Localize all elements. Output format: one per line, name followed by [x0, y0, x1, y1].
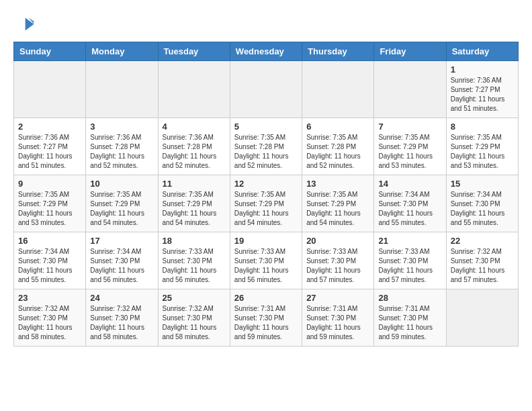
- day-info: Sunrise: 7:32 AMSunset: 7:30 PMDaylight:…: [451, 247, 514, 285]
- day-info: Sunrise: 7:35 AMSunset: 7:29 PMDaylight:…: [90, 190, 153, 228]
- calendar-cell: 18Sunrise: 7:33 AMSunset: 7:30 PMDayligh…: [158, 232, 230, 289]
- day-number: 1: [451, 64, 514, 75]
- calendar-cell: 23Sunrise: 7:32 AMSunset: 7:30 PMDayligh…: [14, 289, 86, 347]
- day-number: 28: [378, 293, 441, 303]
- day-info: Sunrise: 7:31 AMSunset: 7:30 PMDaylight:…: [306, 304, 369, 342]
- day-info: Sunrise: 7:35 AMSunset: 7:28 PMDaylight:…: [234, 133, 298, 171]
- day-info: Sunrise: 7:32 AMSunset: 7:30 PMDaylight:…: [163, 304, 226, 342]
- calendar-cell: 11Sunrise: 7:35 AMSunset: 7:29 PMDayligh…: [158, 175, 230, 232]
- calendar-header-row: SundayMondayTuesdayWednesdayThursdayFrid…: [14, 42, 519, 61]
- calendar-cell: [158, 61, 230, 118]
- calendar-table: SundayMondayTuesdayWednesdayThursdayFrid…: [13, 42, 519, 347]
- day-number: 26: [234, 293, 298, 303]
- day-info: Sunrise: 7:31 AMSunset: 7:30 PMDaylight:…: [234, 304, 298, 342]
- day-info: Sunrise: 7:35 AMSunset: 7:28 PMDaylight:…: [306, 133, 369, 171]
- calendar-cell: [14, 61, 86, 118]
- calendar-cell: 7Sunrise: 7:35 AMSunset: 7:29 PMDaylight…: [374, 118, 446, 175]
- calendar-cell: 19Sunrise: 7:33 AMSunset: 7:30 PMDayligh…: [230, 232, 302, 289]
- calendar-header-sunday: Sunday: [14, 42, 86, 61]
- calendar-cell: 10Sunrise: 7:35 AMSunset: 7:29 PMDayligh…: [86, 175, 158, 232]
- day-info: Sunrise: 7:33 AMSunset: 7:30 PMDaylight:…: [234, 247, 298, 285]
- calendar-cell: 12Sunrise: 7:35 AMSunset: 7:29 PMDayligh…: [230, 175, 302, 232]
- calendar-cell: 16Sunrise: 7:34 AMSunset: 7:30 PMDayligh…: [14, 232, 86, 289]
- calendar-cell: 17Sunrise: 7:34 AMSunset: 7:30 PMDayligh…: [86, 232, 158, 289]
- day-number: 24: [90, 293, 153, 303]
- day-info: Sunrise: 7:36 AMSunset: 7:27 PMDaylight:…: [451, 76, 514, 113]
- calendar-cell: [446, 289, 518, 347]
- day-number: 11: [163, 179, 226, 189]
- calendar-week-row: 2Sunrise: 7:36 AMSunset: 7:27 PMDaylight…: [14, 118, 519, 175]
- calendar-cell: 24Sunrise: 7:32 AMSunset: 7:30 PMDayligh…: [86, 289, 158, 347]
- day-number: 21: [378, 236, 441, 246]
- calendar-cell: 6Sunrise: 7:35 AMSunset: 7:28 PMDaylight…: [302, 118, 374, 175]
- day-info: Sunrise: 7:36 AMSunset: 7:28 PMDaylight:…: [90, 133, 153, 171]
- calendar-cell: 1Sunrise: 7:36 AMSunset: 7:27 PMDaylight…: [446, 61, 518, 118]
- day-number: 13: [306, 179, 369, 189]
- calendar-header-tuesday: Tuesday: [158, 42, 230, 61]
- calendar-header-wednesday: Wednesday: [230, 42, 302, 61]
- calendar-header-thursday: Thursday: [302, 42, 374, 61]
- day-info: Sunrise: 7:31 AMSunset: 7:30 PMDaylight:…: [378, 304, 441, 342]
- day-number: 14: [378, 179, 441, 189]
- day-number: 9: [18, 179, 81, 189]
- day-info: Sunrise: 7:35 AMSunset: 7:29 PMDaylight:…: [451, 133, 514, 171]
- day-info: Sunrise: 7:35 AMSunset: 7:29 PMDaylight:…: [18, 190, 81, 228]
- day-number: 19: [234, 236, 298, 246]
- calendar-week-row: 1Sunrise: 7:36 AMSunset: 7:27 PMDaylight…: [14, 61, 519, 118]
- calendar-cell: 2Sunrise: 7:36 AMSunset: 7:27 PMDaylight…: [14, 118, 86, 175]
- day-info: Sunrise: 7:34 AMSunset: 7:30 PMDaylight:…: [378, 190, 441, 228]
- day-info: Sunrise: 7:33 AMSunset: 7:30 PMDaylight:…: [378, 247, 441, 285]
- calendar-week-row: 23Sunrise: 7:32 AMSunset: 7:30 PMDayligh…: [14, 289, 519, 347]
- day-number: 17: [90, 236, 153, 246]
- calendar-cell: 15Sunrise: 7:34 AMSunset: 7:30 PMDayligh…: [446, 175, 518, 232]
- day-info: Sunrise: 7:34 AMSunset: 7:30 PMDaylight:…: [90, 247, 153, 285]
- day-number: 15: [451, 179, 514, 189]
- day-number: 5: [234, 122, 298, 132]
- calendar-cell: [302, 61, 374, 118]
- calendar-cell: [86, 61, 158, 118]
- logo-icon: [13, 13, 35, 35]
- calendar-cell: 9Sunrise: 7:35 AMSunset: 7:29 PMDaylight…: [14, 175, 86, 232]
- calendar-cell: 21Sunrise: 7:33 AMSunset: 7:30 PMDayligh…: [374, 232, 446, 289]
- day-number: 27: [306, 293, 369, 303]
- day-info: Sunrise: 7:32 AMSunset: 7:30 PMDaylight:…: [18, 304, 81, 342]
- day-number: 23: [18, 293, 81, 303]
- day-info: Sunrise: 7:35 AMSunset: 7:29 PMDaylight:…: [378, 133, 441, 171]
- calendar-cell: 28Sunrise: 7:31 AMSunset: 7:30 PMDayligh…: [374, 289, 446, 347]
- calendar-header-saturday: Saturday: [446, 42, 518, 61]
- calendar-cell: 14Sunrise: 7:34 AMSunset: 7:30 PMDayligh…: [374, 175, 446, 232]
- day-info: Sunrise: 7:32 AMSunset: 7:30 PMDaylight:…: [90, 304, 153, 342]
- day-info: Sunrise: 7:35 AMSunset: 7:29 PMDaylight:…: [234, 190, 298, 228]
- calendar-cell: 13Sunrise: 7:35 AMSunset: 7:29 PMDayligh…: [302, 175, 374, 232]
- day-number: 2: [18, 122, 81, 132]
- calendar-cell: 22Sunrise: 7:32 AMSunset: 7:30 PMDayligh…: [446, 232, 518, 289]
- calendar-cell: 26Sunrise: 7:31 AMSunset: 7:30 PMDayligh…: [230, 289, 302, 347]
- day-number: 8: [451, 122, 514, 132]
- calendar-week-row: 9Sunrise: 7:35 AMSunset: 7:29 PMDaylight…: [14, 175, 519, 232]
- calendar-cell: 3Sunrise: 7:36 AMSunset: 7:28 PMDaylight…: [86, 118, 158, 175]
- day-info: Sunrise: 7:34 AMSunset: 7:30 PMDaylight:…: [18, 247, 81, 285]
- calendar-week-row: 16Sunrise: 7:34 AMSunset: 7:30 PMDayligh…: [14, 232, 519, 289]
- day-info: Sunrise: 7:34 AMSunset: 7:30 PMDaylight:…: [451, 190, 514, 228]
- day-number: 16: [18, 236, 81, 246]
- day-number: 4: [163, 122, 226, 132]
- day-number: 10: [90, 179, 153, 189]
- calendar-cell: [374, 61, 446, 118]
- day-info: Sunrise: 7:35 AMSunset: 7:29 PMDaylight:…: [163, 190, 226, 228]
- calendar-cell: 25Sunrise: 7:32 AMSunset: 7:30 PMDayligh…: [158, 289, 230, 347]
- calendar-cell: 27Sunrise: 7:31 AMSunset: 7:30 PMDayligh…: [302, 289, 374, 347]
- day-info: Sunrise: 7:33 AMSunset: 7:30 PMDaylight:…: [306, 247, 369, 285]
- day-info: Sunrise: 7:36 AMSunset: 7:28 PMDaylight:…: [163, 133, 226, 171]
- day-number: 25: [163, 293, 226, 303]
- page-header: [13, 13, 519, 35]
- logo: [13, 13, 38, 35]
- day-number: 22: [451, 236, 514, 246]
- calendar-header-friday: Friday: [374, 42, 446, 61]
- calendar-cell: 20Sunrise: 7:33 AMSunset: 7:30 PMDayligh…: [302, 232, 374, 289]
- day-number: 7: [378, 122, 441, 132]
- day-info: Sunrise: 7:36 AMSunset: 7:27 PMDaylight:…: [18, 133, 81, 171]
- day-number: 12: [234, 179, 298, 189]
- day-info: Sunrise: 7:33 AMSunset: 7:30 PMDaylight:…: [163, 247, 226, 285]
- calendar-cell: [230, 61, 302, 118]
- calendar-header-monday: Monday: [86, 42, 158, 61]
